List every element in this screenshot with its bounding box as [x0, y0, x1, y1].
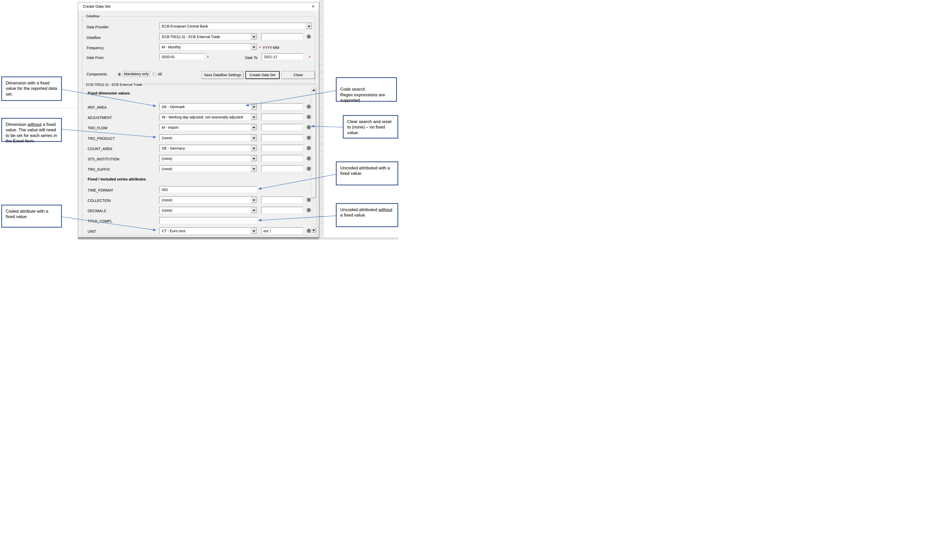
dropdown-arrow-icon[interactable]: [251, 228, 256, 234]
collection-search-input[interactable]: [261, 197, 303, 203]
callout-text: Clear search and reset to (none) – no fi…: [347, 119, 392, 135]
combo-value: (none): [162, 157, 250, 161]
callout-text: Code search. Regex expressions are suppo…: [340, 87, 385, 103]
dataflow-groupbox: Dataflow Data Provider ECB-European Cent…: [82, 16, 315, 84]
callout-code-search: Code search. Regex expressions are suppo…: [336, 77, 397, 102]
close-icon[interactable]: ×: [310, 3, 316, 9]
dropdown-arrow-icon[interactable]: [251, 166, 256, 171]
combo-value: DK - Denmark: [162, 105, 250, 109]
unit-search-input[interactable]: [261, 227, 303, 234]
sts-institution-search-input[interactable]: [261, 155, 303, 162]
dataflow-search-input[interactable]: [261, 33, 303, 40]
scroll-down-icon[interactable]: [311, 228, 316, 232]
excel-strip: [319, 237, 398, 240]
scroll-up-icon[interactable]: [311, 88, 316, 92]
trd-flow-combo[interactable]: M - Import: [159, 124, 257, 131]
radio-all-label[interactable]: All: [158, 72, 162, 76]
radio-mandatory-only-label[interactable]: Mandatory only: [123, 71, 150, 77]
attribute-label: TIME_FORMAT: [88, 188, 113, 192]
callout-dimension-fixed: Dimension with a fixed value for the rep…: [1, 77, 62, 101]
radio-all[interactable]: [153, 72, 156, 76]
callout-text: a fixed value.: [340, 213, 366, 218]
clear-search-icon[interactable]: ⊗: [306, 155, 312, 162]
date-from-input[interactable]: [159, 53, 205, 60]
dropdown-arrow-icon[interactable]: [251, 208, 256, 213]
create-data-set-dialog: Create Data Set × Dataflow Data Provider…: [78, 2, 319, 237]
dropdown-arrow-icon[interactable]: [251, 145, 256, 151]
dimension-label: TRD_PRODUCT: [88, 137, 115, 141]
callout-uncoded-without-fixed: Uncoded attributed without a fixed value…: [336, 203, 398, 227]
series-groupbox-legend: ECB:TRD(1.0) - ECB External Trade: [85, 83, 144, 86]
excel-strip: [78, 237, 319, 240]
clear-search-icon[interactable]: ⊗: [306, 34, 312, 40]
create-data-set-button[interactable]: Create Data Set: [245, 71, 279, 79]
dropdown-arrow-icon[interactable]: [251, 34, 256, 39]
excel-gridline: [0, 108, 78, 108]
components-label: Components: [86, 72, 107, 76]
data-provider-combo[interactable]: ECB-European Central Bank: [159, 23, 312, 29]
ref-area-combo[interactable]: DK - Denmark: [159, 103, 257, 110]
dropdown-arrow-icon[interactable]: [251, 44, 256, 50]
radio-mandatory-only[interactable]: [118, 72, 121, 76]
save-dataflow-settings-button[interactable]: Save Dataflow Settings: [202, 71, 244, 79]
callout-uncoded-fixed: Uncoded attributed with a fixed value.: [336, 162, 398, 185]
clear-search-icon[interactable]: ⊗: [306, 166, 312, 172]
dataflow-combo[interactable]: ECB:TRD(1.0) - ECB External Trade: [159, 33, 257, 40]
text-cursor: [270, 229, 270, 233]
trd-suffix-combo[interactable]: (none): [159, 165, 257, 172]
dropdown-arrow-icon[interactable]: [251, 156, 256, 161]
date-from-required-asterisk: *: [207, 55, 208, 60]
unit-combo[interactable]: CT - Euro cent: [159, 227, 257, 234]
callout-text: Dimension with a fixed value for the rep…: [6, 81, 57, 97]
title-compl-input[interactable]: [159, 217, 257, 224]
callout-clear-search: Clear search and reset to (none) – no fi…: [343, 115, 398, 138]
sts-institution-combo[interactable]: (none): [159, 155, 257, 162]
decimals-combo[interactable]: (none): [159, 207, 257, 214]
combo-value: (none): [162, 136, 250, 140]
frequency-format-hint: YYYY-MM: [262, 46, 279, 50]
dropdown-arrow-icon[interactable]: [251, 104, 256, 109]
date-to-input[interactable]: [262, 53, 303, 60]
dataflow-groupbox-legend: Dataflow: [85, 14, 101, 18]
clear-search-icon[interactable]: ⊗: [306, 197, 312, 203]
attribute-label: COLLECTION: [88, 198, 111, 203]
adjustment-combo[interactable]: W - Working day adjusted, not seasonally…: [159, 114, 257, 120]
clear-search-icon[interactable]: ⊗: [306, 228, 312, 234]
trd-suffix-search-input[interactable]: [261, 165, 303, 172]
count-area-combo[interactable]: DE - Germany: [159, 145, 257, 152]
attribute-label: TITLE_COMPL: [88, 219, 113, 223]
dropdown-arrow-icon[interactable]: [251, 135, 256, 141]
dropdown-arrow-icon[interactable]: [251, 125, 256, 130]
dimension-label: ADJUSTMENT: [88, 115, 112, 120]
dimension-label: REF_AREA: [88, 105, 107, 109]
scrollbar-thumb[interactable]: [311, 92, 316, 198]
trd-product-combo[interactable]: (none): [159, 134, 257, 142]
callout-text: Dimension: [6, 122, 28, 127]
dropdown-arrow-icon[interactable]: [251, 197, 256, 203]
frequency-combo[interactable]: M - Monthly: [159, 43, 257, 51]
close-button[interactable]: Close: [281, 71, 315, 79]
clear-search-icon[interactable]: ⊗: [306, 135, 312, 141]
collection-combo[interactable]: (none): [159, 197, 257, 203]
dialog-titlebar[interactable]: Create Data Set ×: [78, 2, 319, 11]
dimension-label: COUNT_AREA: [88, 147, 113, 151]
count-area-search-input[interactable]: [261, 145, 303, 152]
vertical-scrollbar[interactable]: [311, 88, 316, 232]
series-attributes-header: Fixed / Included series attributes: [88, 177, 146, 181]
dropdown-arrow-icon[interactable]: [251, 114, 256, 120]
dropdown-arrow-icon[interactable]: [306, 23, 312, 29]
clear-search-icon[interactable]: ⊗: [306, 145, 312, 151]
decimals-search-input[interactable]: [261, 207, 303, 214]
clear-search-icon[interactable]: ⊗: [306, 103, 312, 110]
combo-value: (none): [162, 167, 250, 171]
ref-area-search-input[interactable]: [261, 103, 303, 110]
trd-product-search-input[interactable]: [261, 134, 303, 142]
fixed-dimension-values-header: Fixed dimension values: [88, 91, 130, 95]
clear-search-icon[interactable]: ⊗: [306, 207, 312, 213]
clear-search-icon[interactable]: ⊗: [306, 124, 312, 130]
adjustment-search-input[interactable]: [261, 114, 303, 120]
data-provider-value: ECB-European Central Bank: [162, 24, 306, 28]
clear-search-icon[interactable]: ⊗: [306, 114, 312, 120]
time-format-input[interactable]: [159, 186, 257, 193]
trd-flow-search-input[interactable]: [261, 124, 303, 131]
